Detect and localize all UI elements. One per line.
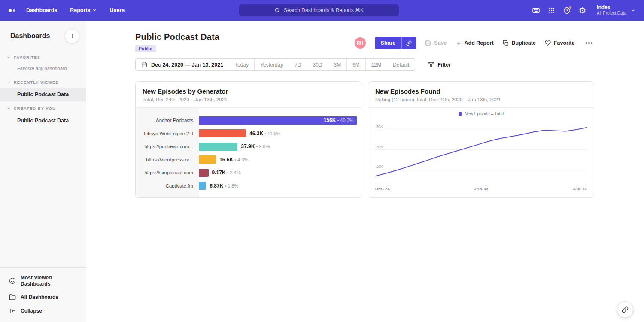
notification-dot bbox=[569, 6, 572, 9]
nav-users[interactable]: Users bbox=[109, 7, 125, 13]
smiley-icon bbox=[9, 277, 16, 284]
favorite-label: Favorite bbox=[554, 40, 575, 46]
duplicate-button[interactable]: Duplicate bbox=[503, 40, 536, 46]
most-viewed-dashboards-button[interactable]: Most Viewed Dashboards bbox=[0, 271, 86, 290]
plus-icon bbox=[456, 40, 462, 46]
folder-icon bbox=[9, 294, 16, 301]
created-by-you-section-header[interactable]: CREATED BY YOU bbox=[0, 101, 86, 114]
line-chart: New Episode – Total 10K20K30K DEC 24 JAN… bbox=[368, 108, 594, 191]
avatar[interactable]: RH bbox=[355, 37, 366, 49]
bar-category-label: https://simplecast.com bbox=[136, 166, 199, 179]
x-tick: DEC 24 bbox=[375, 187, 390, 191]
bar-segment[interactable] bbox=[199, 155, 216, 164]
favorites-empty-text: Favorite any dashboard bbox=[0, 63, 86, 75]
link-icon bbox=[622, 306, 629, 313]
date-range-label: Dec 24, 2020 — Jan 13, 2021 bbox=[151, 62, 223, 68]
legend-label: New Episode – Total bbox=[465, 112, 504, 116]
x-tick: JAN 03 bbox=[474, 187, 489, 191]
funnel-icon bbox=[428, 62, 434, 68]
favorites-section-header[interactable]: FAVORITES bbox=[0, 50, 86, 63]
sidebar-footer: Most Viewed Dashboards All Dashboards Co… bbox=[0, 267, 86, 322]
date-preset-yesterday[interactable]: Yesterday bbox=[254, 59, 289, 70]
share-link-button[interactable] bbox=[401, 37, 416, 49]
y-axis-label: 30K bbox=[376, 125, 383, 129]
keypad-icon[interactable] bbox=[532, 6, 540, 15]
legend-swatch bbox=[459, 112, 462, 116]
public-badge: Public bbox=[135, 45, 156, 52]
nav-dashboards[interactable]: Dashboards bbox=[26, 7, 57, 13]
all-dashboards-button[interactable]: All Dashboards bbox=[0, 290, 86, 304]
bar-segment[interactable] bbox=[199, 169, 209, 177]
bar-row: 156K • 40.3% bbox=[199, 114, 361, 127]
chevron-down-icon bbox=[631, 8, 635, 13]
project-name: Index bbox=[597, 4, 626, 11]
bar-value-label: 6.87K • 1.8% bbox=[210, 183, 238, 189]
date-preset-7d[interactable]: 7D bbox=[289, 59, 307, 70]
search-icon bbox=[274, 7, 280, 13]
bar-value-label: 156K • 40.3% bbox=[324, 117, 354, 123]
line-chart-card: New Episodes Found Rolling (12 hours), t… bbox=[368, 81, 594, 198]
bar-chart-subtitle: Total, Dec 24th, 2020 – Jan 13th, 2021 bbox=[143, 97, 354, 102]
collapse-sidebar-button[interactable]: Collapse bbox=[0, 304, 86, 318]
save-label: Save bbox=[434, 40, 447, 46]
most-viewed-label: Most Viewed Dashboards bbox=[21, 275, 79, 287]
save-button[interactable]: Save bbox=[425, 40, 447, 46]
more-options-button[interactable] bbox=[584, 40, 595, 46]
bar-category-label: https://wordpress.or... bbox=[136, 153, 199, 167]
share-link-floating-button[interactable] bbox=[617, 301, 633, 318]
bar-row: 6.87K • 1.8% bbox=[199, 179, 361, 193]
date-preset-today[interactable]: Today bbox=[229, 59, 254, 70]
date-presets: Dec 24, 2020 — Jan 13, 2021 TodayYesterd… bbox=[135, 58, 415, 71]
global-search-input[interactable]: Search Dashboards & Reports ⌘K bbox=[239, 4, 399, 16]
date-preset-30d[interactable]: 30D bbox=[307, 59, 328, 70]
date-preset-default[interactable]: Default bbox=[387, 59, 415, 70]
date-range-picker[interactable]: Dec 24, 2020 — Jan 13, 2021 bbox=[136, 59, 229, 70]
bar-bars-col: 156K • 40.3%46.3K • 11.9%37.9K • 9.8%16.… bbox=[199, 108, 361, 198]
duplicate-label: Duplicate bbox=[512, 40, 536, 46]
bar-row: 46.3K • 11.9% bbox=[199, 127, 361, 140]
filter-button[interactable]: Filter bbox=[428, 62, 451, 68]
logo-dot bbox=[9, 9, 12, 12]
bar-segment[interactable] bbox=[199, 143, 237, 151]
help-icon[interactable] bbox=[563, 7, 571, 14]
link-icon bbox=[406, 40, 412, 46]
date-preset-6m[interactable]: 6M bbox=[346, 59, 365, 70]
sidebar-title: Dashboards bbox=[10, 32, 50, 40]
bar-segment[interactable] bbox=[199, 129, 246, 137]
search-placeholder: Search Dashboards & Reports ⌘K bbox=[284, 7, 364, 13]
share-button[interactable]: Share bbox=[375, 37, 402, 49]
favorite-button[interactable]: Favorite bbox=[545, 40, 575, 46]
sidebar-item-public-podcast-data[interactable]: Public Podcast Data bbox=[0, 88, 86, 101]
recently-viewed-label: RECENTLY VIEWED bbox=[14, 80, 59, 85]
y-axis-label: 10K bbox=[376, 164, 383, 169]
calendar-icon bbox=[141, 62, 147, 68]
share-button-group: Share bbox=[375, 37, 416, 49]
nav-users-label: Users bbox=[109, 7, 125, 13]
bar-segment[interactable]: 156K • 40.3% bbox=[199, 116, 357, 125]
line-chart-subtitle: Rolling (12 hours), total, Dec 24th, 202… bbox=[375, 97, 587, 102]
add-report-button[interactable]: Add Report bbox=[456, 40, 494, 46]
top-navigation-bar: Dashboards Reports Users Search Dashboar… bbox=[0, 0, 644, 21]
add-dashboard-button[interactable] bbox=[65, 29, 79, 43]
bar-value-label: 9.17K • 2.4% bbox=[212, 170, 241, 176]
line-series[interactable] bbox=[375, 128, 587, 176]
bar-labels-col: Anchor PodcastsLibsyn WebEngine 2.0https… bbox=[136, 108, 199, 198]
recently-viewed-section-header[interactable]: RECENTLY VIEWED bbox=[0, 75, 86, 88]
project-selector[interactable]: Index All Project Data bbox=[597, 4, 635, 16]
chart-legend: New Episode – Total bbox=[375, 112, 587, 116]
x-tick: JAN 13 bbox=[573, 187, 587, 191]
chevron-down-icon bbox=[7, 55, 11, 59]
save-icon bbox=[425, 40, 431, 46]
settings-gear-icon[interactable]: ⚙ bbox=[579, 6, 586, 15]
sidebar-item-public-podcast-data-created[interactable]: Public Podcast Data bbox=[0, 114, 86, 128]
collapse-label: Collapse bbox=[21, 308, 42, 314]
apps-grid-icon[interactable] bbox=[548, 7, 555, 14]
bar-value-label: 46.3K • 11.9% bbox=[249, 131, 280, 137]
y-axis-label: 20K bbox=[376, 145, 383, 149]
date-preset-12m[interactable]: 12M bbox=[365, 59, 387, 70]
bar-segment[interactable] bbox=[199, 182, 206, 190]
nav-reports[interactable]: Reports bbox=[70, 7, 97, 13]
all-dashboards-label: All Dashboards bbox=[21, 294, 58, 300]
app-logo[interactable] bbox=[9, 9, 15, 12]
date-preset-3m[interactable]: 3M bbox=[328, 59, 347, 70]
